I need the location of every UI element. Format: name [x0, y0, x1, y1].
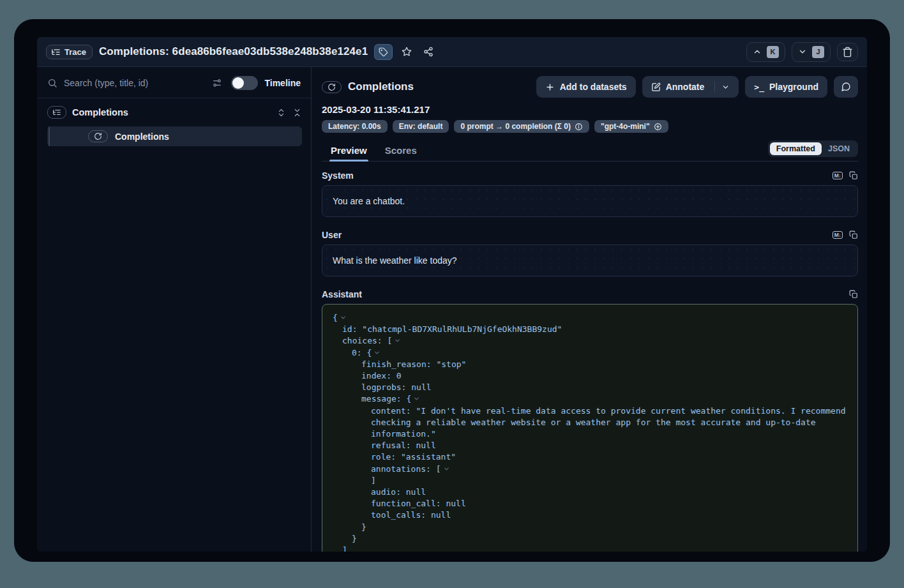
user-section-icons: M↓: [832, 230, 858, 239]
observation-header: Completions Add to datasets Annotate: [322, 76, 858, 98]
meta-badge[interactable]: 0 prompt → 0 completion (Σ 0): [454, 120, 589, 133]
meta-badges: Latency: 0.00sEnv: default0 prompt → 0 c…: [322, 120, 858, 133]
content-split: Timeline Completions: [37, 67, 867, 552]
tree-tools: [276, 108, 302, 117]
tag-button[interactable]: [374, 44, 393, 60]
expand-all-icon[interactable]: [276, 108, 286, 117]
format-option-formatted[interactable]: Formatted: [770, 142, 822, 155]
chevron-down-icon: [798, 47, 807, 56]
json-line: finish_reason: "stop": [329, 359, 851, 370]
app-root: Trace Completions: 6dea86b6feae03db538e2…: [37, 37, 867, 552]
json-line: role: "assistant": [329, 451, 851, 463]
meta-badge[interactable]: "gpt-4o-mini": [594, 120, 668, 133]
collapse-chevron-icon[interactable]: [340, 314, 347, 321]
json-line-text: 0: {: [352, 348, 372, 358]
collapse-chevron-icon[interactable]: [373, 349, 380, 356]
markdown-icon[interactable]: M↓: [832, 231, 843, 239]
observation-title: Completions: [348, 80, 414, 93]
meta-badge[interactable]: Latency: 0.00s: [322, 120, 388, 133]
json-line-text: function_call: null: [371, 499, 466, 508]
json-line: index: 0: [329, 370, 851, 382]
trace-sidebar: Timeline Completions: [37, 67, 312, 552]
list-tree-icon: [51, 47, 61, 57]
json-line: refusal: null: [329, 440, 851, 451]
share-button[interactable]: [421, 44, 436, 59]
share-icon: [423, 47, 433, 57]
user-section-head: User M↓: [322, 230, 858, 240]
trace-tree-icon: [47, 106, 66, 119]
system-label: System: [322, 170, 832, 181]
collapse-chevron-icon[interactable]: [413, 395, 420, 402]
playground-label: Playground: [769, 82, 818, 92]
annotate-pen-icon: [651, 82, 661, 92]
json-line-text: audio: null: [371, 487, 426, 497]
trash-icon: [842, 47, 853, 57]
json-line-text: message: {: [361, 394, 411, 403]
tree-child-row-completions[interactable]: Completions: [47, 126, 302, 146]
page-title: Completions: 6dea86b6feae03db538e248b38e…: [99, 45, 368, 58]
add-to-datasets-label: Add to datasets: [560, 82, 627, 92]
format-option-json[interactable]: JSON: [822, 142, 856, 155]
annotate-button[interactable]: Annotate: [642, 76, 739, 98]
add-to-datasets-button[interactable]: Add to datasets: [536, 76, 636, 98]
plus-icon: [545, 82, 555, 92]
json-line: ]: [329, 475, 851, 486]
json-line-text: annotations: [: [371, 464, 441, 474]
collapse-all-icon[interactable]: [292, 108, 302, 117]
tag-icon: [379, 47, 388, 57]
json-line-text: finish_reason: "stop": [361, 359, 466, 369]
user-message-box: What is the weather like today?: [322, 245, 858, 276]
assistant-section-head: Assistant: [322, 289, 858, 299]
info-icon[interactable]: [575, 123, 583, 131]
json-line-text: content: "I don't have real-time data ac…: [371, 406, 850, 439]
trace-badge-label: Trace: [64, 47, 86, 57]
circle-plus-icon[interactable]: [654, 123, 662, 131]
json-line-text: {: [333, 313, 338, 322]
markdown-icon[interactable]: M↓: [832, 172, 843, 180]
star-button[interactable]: [399, 44, 414, 59]
prev-trace-button[interactable]: K: [746, 42, 785, 62]
collapse-chevron-icon[interactable]: [443, 465, 450, 472]
badge-label: "gpt-4o-mini": [601, 122, 650, 131]
tree-child-label: Completions: [115, 132, 169, 142]
json-line-text: ]: [371, 476, 376, 485]
json-line: logprobs: null: [329, 382, 851, 393]
tab-preview[interactable]: Preview: [329, 141, 368, 161]
json-line-text: id: "chatcmpl-BD7XRulRhULb7NjGfeOkhN3BB9…: [342, 324, 562, 334]
tree-root-row[interactable]: Completions: [37, 98, 311, 124]
json-line: id: "chatcmpl-BD7XRulRhULb7NjGfeOkhN3BB9…: [329, 324, 851, 335]
tab-scores[interactable]: Scores: [384, 141, 418, 161]
timeline-toggle[interactable]: [231, 76, 258, 90]
json-line-text: logprobs: null: [361, 382, 432, 392]
system-section-icons: M↓: [832, 171, 858, 180]
copy-icon[interactable]: [849, 290, 858, 299]
generation-icon: [88, 130, 108, 142]
comments-button[interactable]: [834, 76, 858, 98]
tree-root-label: Completions: [72, 107, 271, 117]
json-line-text: tool_calls: null: [371, 510, 451, 520]
json-line: {: [329, 312, 851, 324]
delete-trace-button[interactable]: [837, 43, 858, 61]
copy-icon[interactable]: [849, 171, 858, 180]
json-line: choices: [: [329, 335, 851, 347]
top-bar: Trace Completions: 6dea86b6feae03db538e2…: [37, 37, 867, 67]
system-message-text: You are a chatbot.: [333, 196, 405, 206]
annotate-dropdown-chevron-icon[interactable]: [721, 83, 730, 91]
json-line: ]: [329, 545, 851, 552]
observation-timestamp: 2025-03-20 11:35:41.217: [322, 104, 858, 115]
keyboard-key-k: K: [767, 46, 779, 58]
json-line: audio: null: [329, 486, 851, 498]
filter-sliders-icon[interactable]: [209, 75, 225, 91]
collapse-chevron-icon[interactable]: [394, 337, 401, 344]
next-trace-button[interactable]: J: [792, 42, 831, 62]
json-line-text: role: "assistant": [371, 452, 456, 462]
badge-label: 0 prompt → 0 completion (Σ 0): [460, 122, 571, 131]
meta-badge[interactable]: Env: default: [393, 120, 449, 133]
tabs-row: Preview Scores Formatted JSON: [322, 140, 858, 162]
playground-button[interactable]: >_ Playground: [745, 76, 827, 98]
system-message-box: You are a chatbot.: [322, 185, 858, 217]
annotate-label: Annotate: [666, 82, 705, 92]
assistant-section-icons: [849, 290, 858, 299]
copy-icon[interactable]: [849, 230, 858, 239]
search-input[interactable]: [64, 78, 203, 88]
